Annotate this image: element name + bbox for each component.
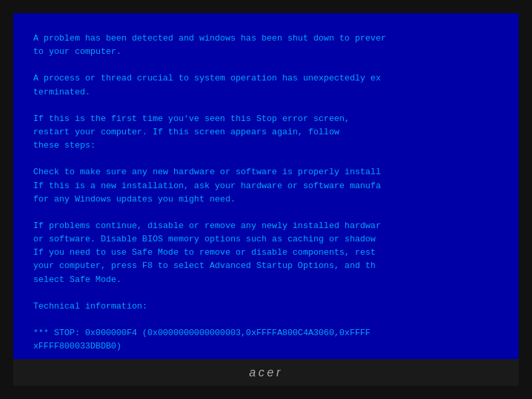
brand-bar: acer (13, 359, 519, 386)
bsod-screen: A problem has been detected and windows … (13, 13, 519, 359)
monitor: A problem has been detected and windows … (0, 0, 532, 399)
bsod-content: A problem has been detected and windows … (33, 32, 499, 359)
brand-label: acer (249, 366, 283, 380)
